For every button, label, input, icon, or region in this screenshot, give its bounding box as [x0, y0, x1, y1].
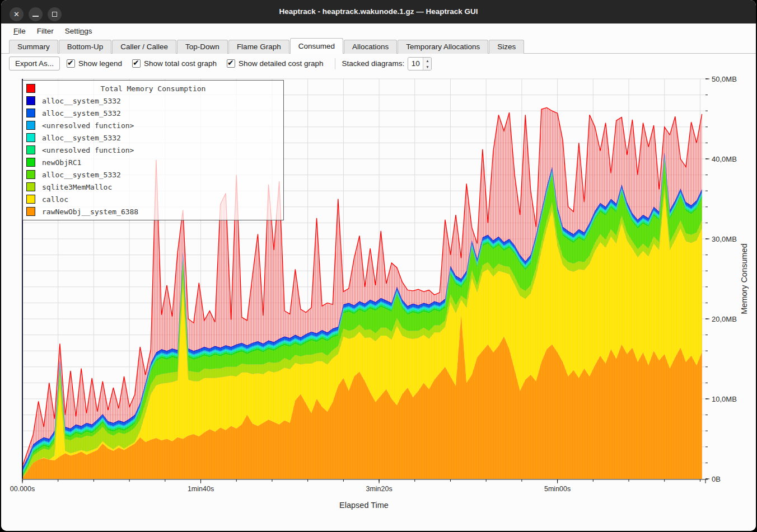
checkbox-label: Show legend: [78, 59, 122, 68]
y-tick-label: 0B: [712, 475, 721, 483]
checkbox-box[interactable]: ✔: [227, 59, 235, 68]
app-window: ✕ Heaptrack - heaptrack.wakunode.1.gz — …: [1, 0, 756, 531]
legend-swatch: [26, 96, 35, 105]
legend-item: <unresolved function>: [23, 119, 283, 131]
spinbox-value: 10: [408, 58, 423, 70]
y-tick-label: 40,0MB: [712, 155, 737, 163]
legend-item: alloc__system_5332: [23, 107, 283, 119]
legend-swatch: [26, 158, 35, 167]
stacked-diagrams-spinbox[interactable]: 10 ▲ ▼: [408, 57, 432, 70]
checkbox-show-detailed-cost-graph[interactable]: ✔Show detailed cost graph: [227, 59, 324, 68]
memory-consumption-chart: 00.000s1min40s3min20s5min00s0B10,0MB20,0…: [1, 73, 756, 531]
check-icon: ✔: [67, 58, 74, 67]
menu-settings[interactable]: Settings: [59, 25, 98, 37]
x-tick-label: 3min20s: [366, 485, 392, 493]
checkbox-box[interactable]: ✔: [132, 59, 141, 68]
legend-item: alloc__system_5332: [23, 95, 283, 107]
tab-bar: SummaryBottom-UpCaller / CalleeTop-DownF…: [1, 38, 756, 54]
checkbox-label: Show detailed cost graph: [239, 59, 324, 68]
checkbox-show-legend[interactable]: ✔Show legend: [67, 59, 122, 68]
legend-swatch: [26, 170, 35, 179]
y-tick-label: 30,0MB: [712, 235, 737, 243]
tab-sizes[interactable]: Sizes: [489, 40, 524, 54]
tab-temporary-allocations[interactable]: Temporary Allocations: [398, 40, 488, 54]
toolbar-separator: [335, 58, 335, 69]
tab-allocations[interactable]: Allocations: [344, 40, 397, 54]
legend-label: alloc__system_5332: [42, 171, 121, 179]
tab-bottom-up[interactable]: Bottom-Up: [59, 40, 112, 54]
legend-item: alloc__system_5332: [23, 131, 283, 144]
checkbox-show-total-cost-graph[interactable]: ✔Show total cost graph: [132, 59, 217, 68]
tab-caller-callee[interactable]: Caller / Callee: [112, 40, 176, 54]
chart-legend: Total Memory Consumptionalloc__system_53…: [22, 80, 284, 220]
menubar: FileFilterSettings: [1, 23, 756, 38]
y-axis-title: Memory Consumed: [740, 243, 749, 314]
legend-title-row: Total Memory Consumption: [23, 82, 283, 95]
menu-filter[interactable]: Filter: [31, 25, 59, 37]
x-tick-label: 1min40s: [188, 485, 214, 493]
legend-label: <unresolved function>: [42, 146, 134, 154]
legend-label: alloc__system_5332: [42, 109, 121, 117]
legend-item: newObjRC1: [23, 156, 283, 168]
tab-summary[interactable]: Summary: [9, 40, 58, 54]
legend-item: <unresolved function>: [23, 144, 283, 156]
legend-swatch: [26, 109, 35, 117]
legend-label: alloc__system_5332: [42, 97, 121, 105]
y-tick-label: 10,0MB: [712, 395, 737, 403]
spin-down-icon[interactable]: ▼: [423, 64, 431, 70]
x-axis-title: Elapsed Time: [339, 501, 389, 510]
checkbox-label: Show total cost graph: [144, 59, 217, 68]
legend-swatch: [26, 121, 35, 130]
legend-item: sqlite3MemMalloc: [23, 181, 283, 193]
legend-swatch: [26, 207, 35, 216]
legend-label: alloc__system_5332: [42, 134, 121, 142]
legend-item: calloc: [23, 193, 283, 205]
spin-up-icon[interactable]: ▲: [423, 58, 431, 64]
legend-item: alloc__system_5332: [23, 168, 283, 181]
legend-title: Total Memory Consumption: [42, 84, 280, 93]
check-icon: ✔: [133, 58, 139, 67]
checkbox-box[interactable]: ✔: [67, 59, 75, 68]
window-title: Heaptrack - heaptrack.wakunode.1.gz — He…: [1, 0, 756, 23]
legend-label: newObjRC1: [42, 158, 81, 167]
x-tick-label: 00.000s: [10, 485, 35, 493]
y-tick-label: 50,0MB: [712, 75, 737, 83]
legend-label: <unresolved function>: [42, 121, 134, 130]
legend-swatch: [26, 195, 35, 204]
legend-swatch: [26, 182, 35, 191]
tab-consumed[interactable]: Consumed: [290, 38, 343, 54]
legend-item: rawNewObj__system_6388: [23, 205, 283, 218]
legend-swatch: [26, 133, 35, 142]
export-as-button[interactable]: Export As...: [9, 57, 60, 70]
stacked-diagrams-label: Stacked diagrams:: [342, 59, 405, 68]
x-tick-label: 5min00s: [544, 485, 571, 493]
tab-flame-graph[interactable]: Flame Graph: [228, 40, 289, 54]
legend-swatch: [26, 145, 35, 154]
titlebar: ✕ Heaptrack - heaptrack.wakunode.1.gz — …: [1, 0, 756, 23]
legend-label: sqlite3MemMalloc: [42, 183, 112, 191]
legend-swatch-total: [26, 84, 35, 93]
legend-label: calloc: [42, 195, 68, 204]
check-icon: ✔: [227, 58, 234, 67]
legend-label: rawNewObj__system_6388: [42, 208, 138, 216]
y-tick-label: 20,0MB: [712, 315, 737, 323]
tab-top-down[interactable]: Top-Down: [177, 40, 228, 54]
menu-file[interactable]: File: [8, 25, 31, 37]
toolbar: Export As... ✔Show legend✔Show total cos…: [1, 54, 756, 73]
